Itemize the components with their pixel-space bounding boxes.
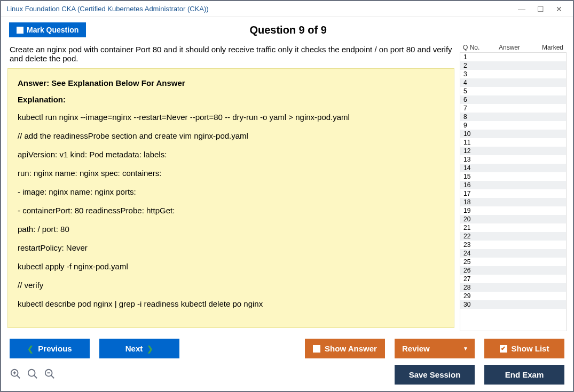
question-list-row[interactable]: 28 [460, 283, 566, 292]
qno-cell: 15 [460, 173, 476, 180]
previous-label: Previous [38, 344, 72, 353]
qno-cell: 24 [460, 250, 476, 257]
qno-cell: 3 [460, 70, 476, 78]
question-list-row[interactable]: 4 [460, 78, 566, 87]
question-list-row[interactable]: 8 [460, 113, 566, 121]
question-list-panel: Q No. Answer Marked 12345678910111213141… [460, 43, 567, 331]
show-list-label: Show List [512, 344, 549, 353]
maximize-icon[interactable]: ☐ [537, 5, 544, 13]
question-list-row[interactable]: 22 [460, 232, 566, 241]
explanation-line: kubectl run nginx --image=nginx --restar… [18, 111, 444, 123]
save-session-button[interactable]: Save Session [395, 365, 475, 385]
answer-box: Answer: See Explanation Below For Answer… [7, 68, 454, 328]
question-list-row[interactable]: 29 [460, 292, 566, 300]
zoom-out-icon[interactable] [44, 368, 56, 381]
zoom-in-icon[interactable] [10, 368, 21, 381]
mark-question-label: Mark Question [27, 26, 78, 34]
question-list-row[interactable]: 2 [460, 61, 566, 70]
question-list-row[interactable]: 18 [460, 198, 566, 206]
question-list-row[interactable]: 3 [460, 70, 566, 78]
question-list-row[interactable]: 1 [460, 53, 566, 61]
qno-cell: 10 [460, 130, 476, 138]
qno-cell: 8 [460, 113, 476, 121]
review-label: Review [402, 344, 430, 353]
question-list-row[interactable]: 23 [460, 241, 566, 249]
question-list-row[interactable]: 25 [460, 258, 566, 266]
previous-button[interactable]: ❮ Previous [10, 339, 90, 358]
question-list-row[interactable]: 10 [460, 130, 566, 138]
question-list-row[interactable]: 16 [460, 181, 566, 189]
main-column: Create an nginx pod with container Port … [7, 43, 460, 331]
question-list-row[interactable]: 30 [460, 300, 566, 309]
window-title: Linux Foundation CKA (Certified Kubernet… [6, 5, 518, 13]
explanation-line: run: nginx name: nginx spec: containers: [18, 167, 444, 179]
next-button[interactable]: Next ❯ [99, 339, 179, 358]
explanation-line: // add the readinessProbe section and cr… [18, 130, 444, 141]
qno-cell: 22 [460, 233, 476, 240]
question-list-row[interactable]: 26 [460, 266, 566, 275]
question-list-row[interactable]: 9 [460, 121, 566, 130]
qno-cell: 9 [460, 122, 476, 129]
zoom-reset-icon[interactable] [27, 368, 38, 381]
question-list-row[interactable]: 7 [460, 104, 566, 113]
minimize-icon[interactable]: — [518, 5, 525, 13]
button-row-2: Save Session End Exam [10, 365, 564, 385]
col-marked: Marked [531, 44, 563, 51]
explanation-line: // verify [18, 279, 444, 291]
question-list-row[interactable]: 20 [460, 215, 566, 223]
checkbox-checked-icon: ✔ [500, 345, 507, 353]
question-list-row[interactable]: 27 [460, 275, 566, 283]
content-row: Create an nginx pod with container Port … [1, 43, 573, 331]
question-list-row[interactable]: 17 [460, 189, 566, 198]
question-list-row[interactable]: 19 [460, 206, 566, 215]
svg-point-4 [28, 370, 35, 377]
qno-cell: 23 [460, 241, 476, 249]
qno-cell: 7 [460, 105, 476, 112]
explanation-body: kubectl run nginx --image=nginx --restar… [18, 111, 444, 309]
qno-cell: 28 [460, 284, 476, 291]
explanation-line: kubectl apply -f nginx-pod.yaml [18, 261, 444, 272]
chevron-right-icon: ❯ [147, 345, 153, 353]
question-counter: Question 9 of 9 [86, 24, 490, 36]
app-window: Linux Foundation CKA (Certified Kubernet… [0, 0, 574, 392]
question-list-row[interactable]: 6 [460, 95, 566, 104]
show-answer-button[interactable]: Show Answer [305, 339, 385, 358]
qno-cell: 30 [460, 301, 476, 308]
qno-cell: 14 [460, 164, 476, 172]
chevron-down-icon: ▼ [463, 346, 468, 351]
question-list-row[interactable]: 11 [460, 138, 566, 147]
question-list-row[interactable]: 12 [460, 147, 566, 155]
question-list-body[interactable]: 1234567891011121314151617181920212223242… [460, 52, 567, 331]
checkbox-icon [313, 345, 320, 353]
col-answer: Answer [487, 44, 531, 51]
qno-cell: 25 [460, 258, 476, 266]
question-list-row[interactable]: 5 [460, 87, 566, 95]
qno-cell: 21 [460, 224, 476, 231]
question-list-row[interactable]: 21 [460, 223, 566, 232]
button-row-1: ❮ Previous Next ❯ Show Answer Review ▼ ✔… [10, 339, 564, 358]
qno-cell: 16 [460, 181, 476, 189]
question-list-row[interactable]: 15 [460, 172, 566, 181]
end-exam-button[interactable]: End Exam [484, 365, 564, 385]
question-list-row[interactable]: 13 [460, 155, 566, 164]
save-session-label: Save Session [409, 370, 461, 379]
question-text: Create an nginx pod with container Port … [7, 43, 454, 68]
qno-cell: 19 [460, 207, 476, 214]
qno-cell: 5 [460, 87, 476, 95]
bottom-bar: ❮ Previous Next ❯ Show Answer Review ▼ ✔… [1, 331, 573, 391]
svg-line-5 [34, 375, 37, 379]
qno-cell: 17 [460, 190, 476, 197]
question-list-row[interactable]: 14 [460, 164, 566, 172]
review-dropdown[interactable]: Review ▼ [395, 339, 475, 358]
qno-cell: 12 [460, 147, 476, 155]
qno-cell: 29 [460, 292, 476, 300]
close-icon[interactable]: ✕ [556, 5, 562, 13]
question-list-row[interactable]: 24 [460, 249, 566, 258]
qno-cell: 6 [460, 96, 476, 103]
explanation-line: path: / port: 80 [18, 223, 444, 235]
show-list-button[interactable]: ✔ Show List [484, 339, 564, 358]
chevron-left-icon: ❮ [27, 345, 34, 353]
mark-question-button[interactable]: Mark Question [9, 22, 86, 37]
zoom-controls [10, 368, 56, 381]
checkbox-icon [17, 27, 23, 34]
